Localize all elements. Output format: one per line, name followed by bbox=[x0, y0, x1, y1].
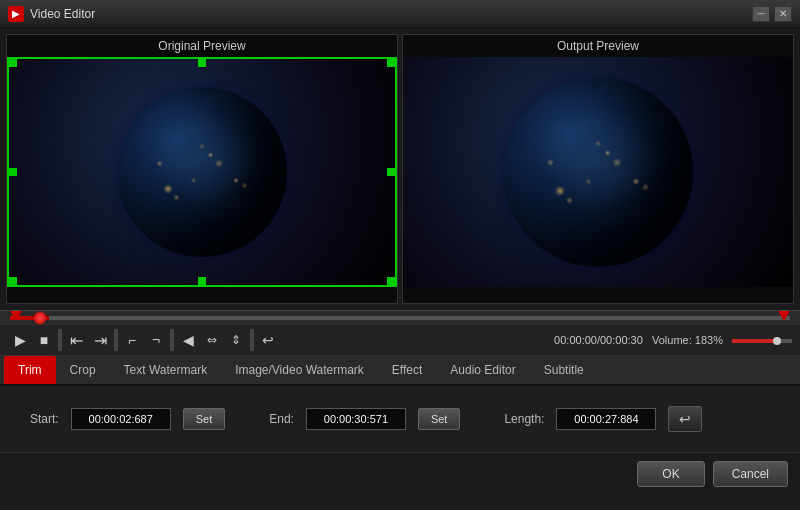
corner-marker-tl bbox=[9, 59, 17, 67]
tab-trim[interactable]: Trim bbox=[4, 356, 56, 384]
volume-fill bbox=[732, 339, 777, 343]
progress-end-marker bbox=[778, 311, 790, 321]
current-time: 00:00:00/00:00:30 bbox=[554, 334, 643, 346]
mark-out-button[interactable]: ¬ bbox=[145, 329, 167, 351]
tab-crop[interactable]: Crop bbox=[56, 356, 110, 384]
prev-clip-button[interactable]: ◀ bbox=[177, 329, 199, 351]
tab-audio-editor[interactable]: Audio Editor bbox=[436, 356, 529, 384]
trim-content: Start: Set End: Set Length: ↩ bbox=[0, 386, 800, 452]
window-title: Video Editor bbox=[30, 7, 752, 21]
output-video-frame bbox=[403, 57, 793, 287]
tab-image-watermark[interactable]: Image/Video Watermark bbox=[221, 356, 378, 384]
end-label: End: bbox=[269, 412, 294, 426]
earth-lights-left bbox=[117, 87, 287, 257]
undo-button[interactable]: ↩ bbox=[257, 329, 279, 351]
original-video-frame bbox=[9, 59, 395, 285]
progress-thumb[interactable] bbox=[34, 312, 46, 324]
original-preview-frame bbox=[7, 57, 397, 287]
progress-bar-container[interactable] bbox=[0, 310, 800, 324]
progress-track bbox=[10, 316, 790, 320]
separator-1 bbox=[58, 329, 62, 351]
stop-button[interactable]: ■ bbox=[33, 329, 55, 351]
separator-2 bbox=[114, 329, 118, 351]
earth-right bbox=[503, 77, 693, 267]
separator-4 bbox=[250, 329, 254, 351]
volume-slider[interactable] bbox=[732, 339, 792, 343]
length-input bbox=[556, 408, 656, 430]
minimize-button[interactable]: ─ bbox=[752, 6, 770, 22]
next-frame-button[interactable]: ⇥ bbox=[89, 329, 111, 351]
corner-marker-bl bbox=[9, 277, 17, 285]
earth-lights-right bbox=[503, 77, 693, 267]
window-controls: ─ ✕ bbox=[752, 6, 792, 22]
prev-frame-button[interactable]: ⇤ bbox=[65, 329, 87, 351]
corner-marker-mr bbox=[387, 168, 395, 176]
set-end-button[interactable]: Set bbox=[418, 408, 461, 430]
corner-marker-ml bbox=[9, 168, 17, 176]
output-preview-label: Output Preview bbox=[403, 35, 793, 57]
corner-marker-bm bbox=[198, 277, 206, 285]
start-input[interactable] bbox=[71, 408, 171, 430]
corner-marker-tm bbox=[198, 59, 206, 67]
end-input[interactable] bbox=[306, 408, 406, 430]
play-button[interactable]: ▶ bbox=[9, 329, 31, 351]
preview-area: Original Preview Output Preview bbox=[6, 34, 794, 304]
close-button[interactable]: ✕ bbox=[774, 6, 792, 22]
tabs-row: Trim Crop Text Watermark Image/Video Wat… bbox=[0, 356, 800, 386]
reset-button[interactable]: ↩ bbox=[668, 406, 702, 432]
volume-value: 183% bbox=[695, 334, 723, 346]
flip-h-button[interactable]: ⇔ bbox=[201, 329, 223, 351]
original-preview-panel: Original Preview bbox=[6, 34, 398, 304]
trim-row: Start: Set End: Set Length: ↩ bbox=[30, 406, 770, 432]
tab-effect[interactable]: Effect bbox=[378, 356, 436, 384]
separator-3 bbox=[170, 329, 174, 351]
progress-start-marker bbox=[10, 311, 22, 321]
ok-button[interactable]: OK bbox=[637, 461, 704, 487]
output-preview-panel: Output Preview bbox=[402, 34, 794, 304]
controls-row: ▶ ■ ⇤ ⇥ ⌐ ¬ ◀ ⇔ ⇕ ↩ 00:00:00/00:00:30 Vo… bbox=[0, 324, 800, 356]
tab-subtitle[interactable]: Subtitle bbox=[530, 356, 598, 384]
output-preview-frame bbox=[403, 57, 793, 287]
start-label: Start: bbox=[30, 412, 59, 426]
corner-marker-br bbox=[387, 277, 395, 285]
volume-thumb bbox=[773, 337, 781, 345]
app-icon: ▶ bbox=[8, 6, 24, 22]
length-label: Length: bbox=[504, 412, 544, 426]
cancel-button[interactable]: Cancel bbox=[713, 461, 788, 487]
footer-row: OK Cancel bbox=[0, 452, 800, 495]
main-content: Original Preview Output Preview bbox=[0, 28, 800, 310]
corner-marker-tr bbox=[387, 59, 395, 67]
original-preview-label: Original Preview bbox=[7, 35, 397, 57]
title-bar: ▶ Video Editor ─ ✕ bbox=[0, 0, 800, 28]
tab-text-watermark[interactable]: Text Watermark bbox=[110, 356, 222, 384]
volume-label: Volume: bbox=[652, 334, 692, 346]
earth-left bbox=[117, 87, 287, 257]
set-start-button[interactable]: Set bbox=[183, 408, 226, 430]
flip-v-button[interactable]: ⇕ bbox=[225, 329, 247, 351]
mark-in-button[interactable]: ⌐ bbox=[121, 329, 143, 351]
time-display: 00:00:00/00:00:30 Volume: 183% bbox=[554, 334, 792, 346]
